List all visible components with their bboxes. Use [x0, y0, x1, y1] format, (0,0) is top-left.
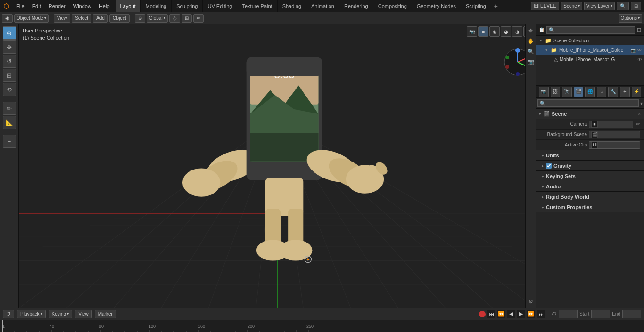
record-btn[interactable]: [479, 311, 486, 317]
scale-tool[interactable]: ⊞: [3, 69, 16, 82]
annotate-tool[interactable]: ✏: [3, 102, 16, 115]
rotate-tool[interactable]: ↺: [3, 55, 16, 68]
outliner-search[interactable]: [546, 26, 635, 34]
viewport[interactable]: 8:08: [19, 24, 536, 308]
select-menu[interactable]: Select: [72, 14, 91, 23]
camera-icon[interactable]: 📷: [527, 57, 535, 66]
timeline-ruler[interactable]: 1 40 80 120 160 200 250: [0, 320, 644, 332]
camera-view-btn[interactable]: 📷: [467, 26, 477, 37]
outliner-item-0[interactable]: ▾ 📁 Mobile_iPhone_Mascot_Golde 📷 👁: [536, 45, 644, 55]
gravity-section[interactable]: ▸ Gravity: [536, 161, 644, 171]
tab-scripting[interactable]: Scripting: [461, 0, 491, 12]
camera-value[interactable]: ■: [589, 121, 633, 128]
object-props-icon[interactable]: ○: [597, 87, 607, 97]
tab-animation[interactable]: Animation: [306, 0, 339, 12]
camera-edit-icon[interactable]: ✏: [636, 121, 640, 127]
current-frame-input[interactable]: 1: [559, 310, 578, 318]
gravity-checkbox[interactable]: [546, 163, 552, 169]
menu-window[interactable]: Window: [69, 0, 95, 12]
active-clip-value[interactable]: 🎞: [589, 141, 640, 149]
menu-help[interactable]: Help: [95, 0, 114, 12]
menu-edit[interactable]: Edit: [28, 0, 45, 12]
filter-btn[interactable]: ⊟: [631, 2, 641, 10]
tab-geometry-nodes[interactable]: Geometry Nodes: [412, 0, 461, 12]
tab-modeling[interactable]: Modeling: [141, 0, 172, 12]
active-clip-row[interactable]: Active Clip 🎞: [536, 140, 644, 150]
tab-rendering[interactable]: Rendering: [339, 0, 373, 12]
tab-uv-editing[interactable]: UV Editing: [203, 0, 237, 12]
end-frame-input[interactable]: 250: [622, 310, 641, 318]
move-tool[interactable]: ✥: [3, 40, 16, 54]
filter-icon[interactable]: ⊟: [637, 27, 641, 33]
settings-icon[interactable]: ⚙: [527, 297, 535, 306]
particles-props-icon[interactable]: ✦: [620, 87, 630, 97]
shading-material-btn[interactable]: ◉: [489, 26, 500, 37]
prev-frame-btn[interactable]: ⏪: [497, 310, 505, 318]
scene-props-icon[interactable]: 🎬: [574, 87, 584, 97]
camera-row[interactable]: Camera ■ ✏: [536, 119, 644, 130]
cursor-tool[interactable]: ⊕: [3, 26, 16, 40]
jump-end-btn[interactable]: ⏭: [537, 310, 545, 318]
next-frame-btn[interactable]: ⏩: [527, 310, 535, 318]
view-layer-select[interactable]: View Layer▾: [584, 2, 615, 10]
tab-texture-paint[interactable]: Texture Paint: [237, 0, 277, 12]
options-btn[interactable]: Options▾: [619, 14, 642, 23]
proportional-edit[interactable]: ◎: [169, 14, 180, 23]
add-workspace-tab[interactable]: +: [491, 2, 501, 10]
shading-solid-btn[interactable]: ■: [478, 26, 488, 37]
menu-render[interactable]: Render: [45, 0, 69, 12]
jump-start-btn[interactable]: ⏮: [487, 310, 495, 318]
view-layer-props-icon[interactable]: 🔭: [562, 87, 572, 97]
engine-btn[interactable]: 🎞 EEVEE: [531, 2, 559, 10]
add-object-tool[interactable]: +: [3, 135, 16, 148]
tab-shading[interactable]: Shading: [278, 0, 306, 12]
shading-rendered-btn[interactable]: ◕: [501, 26, 511, 37]
visible-icon-0[interactable]: 👁: [637, 48, 642, 53]
transform-select[interactable]: Global▾: [147, 14, 168, 23]
camera-restrict-icon[interactable]: 📷: [631, 48, 636, 53]
custom-props-section[interactable]: ▸ Custom Properties: [536, 202, 644, 212]
view-menu[interactable]: View: [54, 14, 71, 23]
modifier-props-icon[interactable]: 🔧: [608, 87, 618, 97]
annotate-btn[interactable]: ✏: [193, 14, 204, 23]
move-icon[interactable]: ✥: [527, 26, 535, 35]
tab-compositing[interactable]: Compositing: [373, 0, 412, 12]
tab-layout[interactable]: Layout: [116, 0, 141, 12]
output-props-icon[interactable]: 🖼: [551, 87, 561, 97]
render-props-icon[interactable]: 📷: [539, 87, 549, 97]
play-btn[interactable]: ▶: [517, 310, 525, 318]
tab-sculpting[interactable]: Sculpting: [172, 0, 203, 12]
outliner-scene-collection[interactable]: ▾ 📁 Scene Collection: [536, 36, 644, 45]
mode-select[interactable]: Object Mode▾: [14, 14, 49, 23]
physics-props-icon[interactable]: ⚡: [632, 87, 642, 97]
menu-file[interactable]: File: [12, 0, 28, 12]
rigid-body-section[interactable]: ▸ Rigid Body World: [536, 192, 644, 202]
background-scene-row[interactable]: Background Scene 🎬: [536, 130, 644, 140]
props-search-input[interactable]: [537, 99, 639, 107]
play-reverse-btn[interactable]: ◀: [507, 310, 515, 318]
keying-btn[interactable]: Keying▾: [49, 310, 73, 318]
outliner-item-1[interactable]: △ Mobile_iPhone_Mascot_G 👁: [536, 55, 644, 64]
object-menu[interactable]: Object: [109, 14, 130, 23]
scene-select[interactable]: Scene▾: [561, 2, 582, 10]
props-filter-icon[interactable]: ▾: [640, 101, 643, 106]
background-scene-value[interactable]: 🎬: [589, 131, 640, 138]
mode-icon[interactable]: ◉: [2, 14, 13, 23]
marker-btn[interactable]: Marker: [95, 310, 116, 318]
visible-icon-1[interactable]: 👁: [637, 57, 642, 62]
pan-icon[interactable]: ✋: [527, 37, 535, 45]
world-props-icon[interactable]: 🌐: [585, 87, 595, 97]
transform-tool[interactable]: ⟲: [3, 83, 16, 96]
playback-btn[interactable]: Playback▾: [17, 310, 46, 318]
snap-toggle[interactable]: ⊞: [182, 14, 192, 23]
snap-icon[interactable]: ⊕: [135, 14, 145, 23]
view-btn[interactable]: View: [75, 310, 92, 318]
start-frame-input[interactable]: 1: [591, 310, 610, 318]
scene-section-header[interactable]: ▾ 🎬 Scene ✕: [536, 109, 644, 119]
zoom-icon[interactable]: 🔍: [527, 47, 535, 56]
keying-sets-section[interactable]: ▸ Keying Sets: [536, 171, 644, 181]
overlay-btn[interactable]: ◑: [512, 26, 522, 37]
add-menu[interactable]: Add: [93, 14, 108, 23]
timeline-icon[interactable]: ⏱: [3, 310, 14, 318]
units-section[interactable]: ▸ Units: [536, 150, 644, 161]
